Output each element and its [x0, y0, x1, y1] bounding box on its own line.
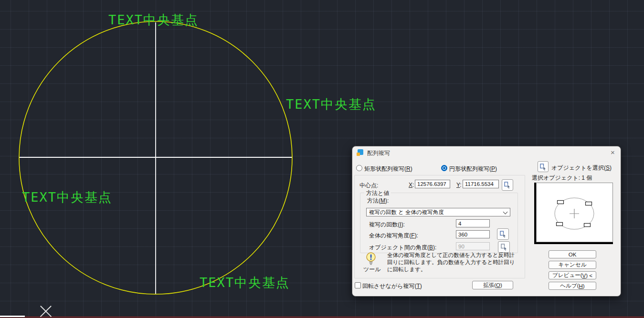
count-label: 複写の回数(I):: [369, 221, 405, 229]
ucs-white-axis-segment: [0, 316, 25, 317]
select-objects-label[interactable]: オブジェクトを選択(S): [551, 164, 612, 172]
x-label: X:: [409, 182, 414, 188]
ucs-red-axis-line: [0, 317, 644, 318]
lightbulb-icon: [365, 252, 377, 266]
array-preview-thumbnail: [534, 183, 613, 244]
angle-fill-input[interactable]: [456, 230, 490, 238]
rotate-while-copy-checkbox[interactable]: [355, 282, 361, 288]
radio-polar-array-label: 円形状配列複写(P): [449, 165, 497, 173]
cad-text-right: TEXT中央基点: [286, 96, 376, 113]
selected-objects-count: 選択オブジェクト: 1 個: [532, 174, 592, 182]
pick-cursor-icon: [500, 243, 508, 251]
radio-rectangular-array[interactable]: [356, 165, 362, 171]
close-icon[interactable]: ×: [611, 149, 615, 156]
array-preview-graphic: [537, 183, 612, 242]
method-values-group-title: 方法と値: [364, 189, 391, 197]
center-x-input[interactable]: [415, 180, 450, 188]
pick-angle-between-button[interactable]: [498, 241, 510, 253]
cancel-button[interactable]: キャンセル: [549, 261, 596, 269]
rotate-while-copy-label: 回転させながら複写(T): [362, 282, 422, 290]
pick-cursor-icon: [539, 163, 547, 171]
cad-text-left: TEXT中央基点: [22, 189, 112, 206]
ok-button[interactable]: OK: [549, 250, 596, 258]
chevron-down-icon: [503, 210, 508, 215]
radio-polar-array[interactable]: [441, 165, 447, 171]
select-objects-pick-button[interactable]: [538, 161, 549, 172]
center-y-input[interactable]: [463, 180, 499, 188]
pick-center-point-button[interactable]: [502, 179, 513, 191]
method-dropdown[interactable]: 複写の回数 と 全体の複写角度: [366, 208, 510, 216]
pick-cursor-icon: [499, 230, 507, 238]
method-label: 方法(M):: [367, 197, 389, 205]
angle-fill-label: 全体の複写角度(F):: [369, 232, 418, 240]
dialog-title: 配列複写: [367, 149, 390, 157]
array-dialog: 配列複写 × 矩形状配列複写(R) 円形状配列複写(P) オブジェクトを選択(S…: [352, 146, 621, 297]
tip-text: 全体の複写角度として正の数値を入力すると反時計回りに回転します。負の数値を入力す…: [387, 252, 517, 273]
count-input[interactable]: [456, 219, 490, 227]
expand-button[interactable]: 拡張(O): [472, 281, 513, 289]
help-button[interactable]: ヘルプ(H): [549, 282, 596, 290]
crosshair-cursor-x-icon: [39, 304, 53, 318]
dialog-app-icon: [357, 149, 363, 156]
angle-between-input: [456, 242, 490, 250]
y-label: Y:: [456, 182, 462, 188]
radio-rectangular-array-label: 矩形状配列複写(R): [364, 165, 412, 173]
center-point-label: 中心点:: [359, 182, 378, 190]
preview-button[interactable]: プレビュー(V) <: [549, 271, 596, 279]
angle-between-label: オブジェクト間の角度(B):: [369, 244, 436, 252]
pick-angle-fill-button[interactable]: [497, 228, 509, 240]
cad-text-bottom: TEXT中央基点: [200, 274, 290, 291]
tip-label: ツール: [363, 266, 381, 274]
cad-text-top: TEXT中央基点: [108, 11, 199, 29]
pick-cursor-icon: [504, 181, 511, 189]
